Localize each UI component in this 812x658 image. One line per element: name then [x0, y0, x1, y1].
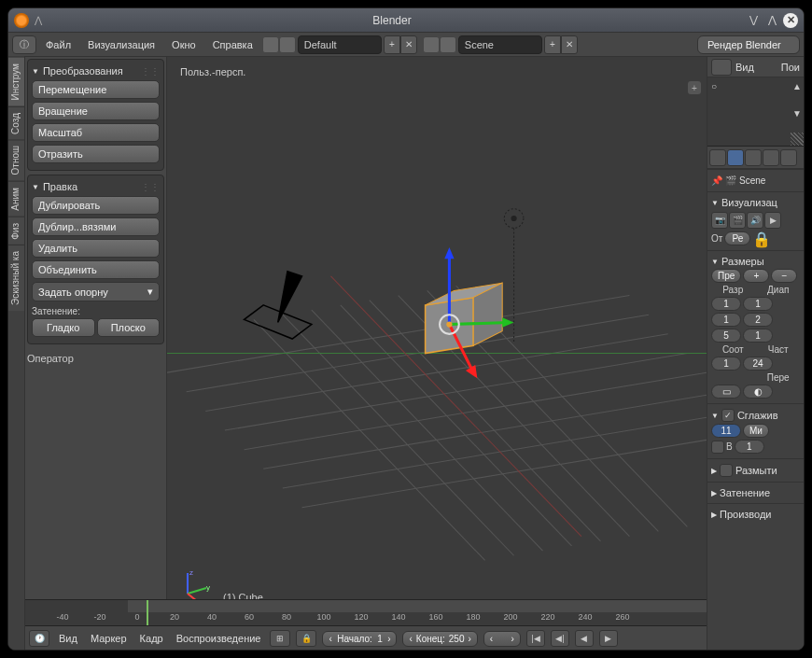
editor-type-icon[interactable]: ⓘ [12, 35, 36, 54]
full-sample-checkbox[interactable] [711, 441, 724, 454]
aa-samples-field[interactable]: 11 [711, 424, 741, 438]
layout-add-button[interactable]: + [384, 35, 400, 54]
rotate-button[interactable]: Вращение [32, 102, 160, 120]
scene-browse2-icon[interactable] [440, 36, 456, 53]
section-render[interactable]: ▼Визуализац [711, 195, 800, 210]
layout-delete-button[interactable]: ✕ [400, 35, 417, 54]
jump-start-button[interactable]: |◀ [526, 630, 545, 647]
shade-flat-button[interactable]: Плоско [97, 318, 161, 337]
menu-window[interactable]: Окно [164, 35, 203, 54]
editor-type-timeline-icon[interactable]: 🕐 [29, 630, 49, 647]
grip-icon[interactable]: ⋮⋮ [141, 182, 160, 192]
filter-size-field[interactable]: 1 [735, 440, 764, 454]
3d-viewport[interactable]: Польз.-персп. + [167, 57, 707, 650]
maximize-button[interactable]: ⋀ [764, 13, 779, 28]
outliner-search-label[interactable]: Пои [781, 62, 800, 73]
scroll-up-icon[interactable]: ▲ [792, 81, 802, 91]
delete-button[interactable]: Удалить [32, 239, 160, 258]
lock-icon[interactable]: 🔒 [752, 231, 767, 245]
menu-render[interactable]: Визуализация [80, 35, 162, 54]
section-shading[interactable]: ▶Затенение [711, 485, 800, 500]
tab-relations[interactable]: Отнош [8, 139, 24, 180]
render-engine-dropdown[interactable]: Рендер Blender [697, 35, 800, 54]
range-toggle-icon[interactable]: ⊞ [270, 630, 290, 647]
display-dropdown[interactable]: Ре [724, 231, 750, 245]
editor-type-outliner-icon[interactable] [711, 59, 732, 76]
close-button[interactable]: ✕ [783, 13, 798, 28]
tl-playback-menu[interactable]: Воспроизведение [173, 633, 265, 644]
tab-world-icon[interactable] [780, 149, 797, 166]
aa-filter-dropdown[interactable]: Ми [743, 424, 769, 438]
border-field[interactable]: ▭ [711, 385, 741, 399]
scale-button[interactable]: Масштаб [32, 123, 160, 142]
tl-marker-menu[interactable]: Маркер [87, 633, 131, 644]
section-dimensions[interactable]: ▼Размеры [711, 254, 800, 269]
area-corner-icon[interactable] [791, 133, 804, 146]
tab-render-icon[interactable] [727, 149, 744, 166]
lock-range-icon[interactable]: 🔒 [296, 630, 316, 647]
render-image-icon[interactable]: 📷 [711, 212, 728, 229]
tab-greasepencil[interactable]: Эскизный ка [8, 245, 24, 311]
mblur-checkbox[interactable] [720, 464, 733, 477]
pin-icon[interactable]: 📌 [711, 175, 722, 186]
mirror-button[interactable]: Отразить [32, 145, 160, 163]
scene-delete-button[interactable]: ✕ [561, 35, 578, 54]
preset-add-button[interactable]: + [743, 269, 769, 283]
fps-field[interactable]: 24 [743, 357, 773, 371]
current-frame-input[interactable]: ‹› [483, 631, 521, 647]
res-pct-field[interactable]: 5 [711, 329, 741, 343]
frame-step-field[interactable]: 1 [743, 329, 773, 343]
tab-layers-icon[interactable] [745, 149, 762, 166]
menu-file[interactable]: Файл [38, 35, 78, 54]
preset-dropdown[interactable]: Пре [711, 269, 741, 283]
section-motion-blur[interactable]: ▶Размыти [711, 462, 800, 479]
tab-scene-icon[interactable] [763, 149, 779, 166]
keyframe-prev-button[interactable]: ◀| [551, 630, 569, 647]
tl-view-menu[interactable]: Вид [55, 633, 81, 644]
tl-frame-menu[interactable]: Кадр [136, 633, 167, 644]
section-antialias[interactable]: ▼Сглажив [711, 407, 800, 424]
tab-physics[interactable]: Физ [8, 217, 24, 245]
scene-browse-icon[interactable] [423, 36, 440, 53]
tab-tools[interactable]: Инструм [8, 57, 24, 106]
layout-browse-icon[interactable] [262, 36, 279, 53]
translate-button[interactable]: Перемещение [32, 80, 160, 99]
shade-smooth-button[interactable]: Гладко [32, 318, 95, 337]
operator-panel[interactable]: ▶Оператор [25, 350, 164, 366]
remap-field[interactable]: ◐ [743, 385, 773, 399]
tab-create[interactable]: Созд [8, 106, 24, 140]
editor-type-props-icon[interactable] [709, 149, 726, 166]
layout-browse2-icon[interactable] [279, 36, 296, 53]
duplicate-button[interactable]: Дублировать [32, 196, 160, 215]
preset-remove-button[interactable]: − [771, 269, 797, 283]
timeline-track[interactable]: -40 -20 0 20 40 60 80 100 120 140 160 18… [25, 600, 707, 626]
play-reverse-button[interactable]: ◀ [575, 630, 594, 647]
res-x-field[interactable]: 1 [711, 297, 741, 311]
grip-icon[interactable]: ⋮⋮ [141, 66, 160, 77]
screen-layout-dropdown[interactable]: Default [298, 35, 382, 54]
scroll-down-icon[interactable]: ▼ [792, 108, 802, 119]
menu-help[interactable]: Справка [205, 35, 260, 54]
scene-dropdown[interactable]: Scene [458, 35, 542, 54]
render-play-icon[interactable]: ▶ [764, 212, 781, 229]
aa-checkbox[interactable] [721, 409, 735, 422]
render-audio-icon[interactable]: 🔊 [747, 212, 763, 229]
section-performance[interactable]: ▶Производи [711, 507, 800, 522]
outliner-view-label[interactable]: Вид [735, 62, 754, 73]
tab-animation[interactable]: Аним [8, 181, 24, 217]
play-button[interactable]: ▶ [599, 630, 618, 647]
scene-add-button[interactable]: + [544, 35, 561, 54]
render-anim-icon[interactable]: 🎬 [729, 212, 746, 229]
join-button[interactable]: Объединить [32, 260, 160, 279]
duplicate-linked-button[interactable]: Дублир...вязями [32, 217, 160, 236]
frame-end-field[interactable]: 2 [743, 313, 773, 327]
triangle-down-icon[interactable]: ▼ [32, 183, 39, 191]
chevron-up-icon[interactable]: ⋀ [35, 15, 42, 25]
minimize-button[interactable]: ⋁ [746, 13, 761, 28]
frame-end-input[interactable]: ‹Конец:250› [402, 631, 477, 647]
res-y-field[interactable]: 1 [711, 313, 741, 327]
frame-start-field[interactable]: 1 [743, 297, 773, 311]
frame-start-input[interactable]: ‹Начало:1› [322, 631, 397, 647]
triangle-down-icon[interactable]: ▼ [32, 67, 39, 76]
aspect-x-field[interactable]: 1 [711, 357, 741, 371]
